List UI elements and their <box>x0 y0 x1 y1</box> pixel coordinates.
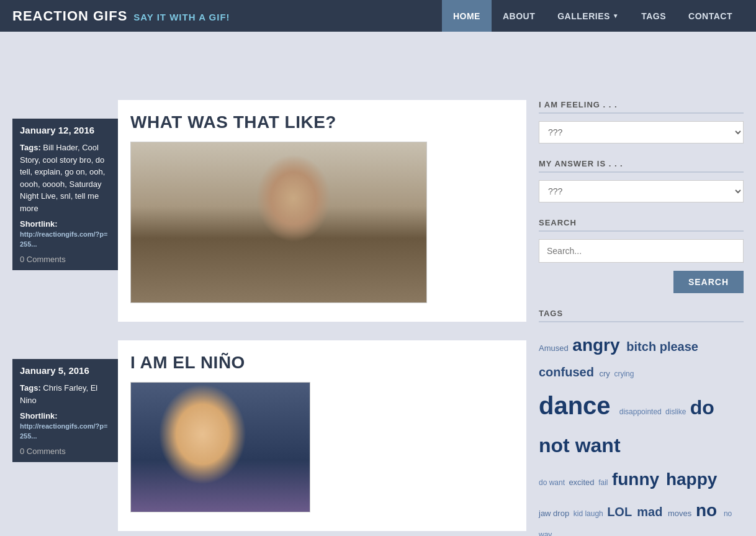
post-image-2 <box>130 382 310 512</box>
tag-mad[interactable]: mad <box>637 505 666 519</box>
shortlink-label-1: Shortlink: <box>20 219 110 229</box>
header: REACTION GIFS SAY IT WITH A GIF! HOME AB… <box>0 0 756 32</box>
sidebar-search-title: SEARCH <box>539 218 744 232</box>
tag-fail[interactable]: fail <box>598 478 610 487</box>
shortlink-value-1[interactable]: http://reactiongifs.com/?p=255... <box>20 230 107 248</box>
tag-jaw-drop[interactable]: jaw drop <box>539 509 572 518</box>
post-date-1: January 12, 2016 <box>20 125 110 135</box>
search-row: SEARCH <box>539 271 744 293</box>
tag-confused[interactable]: confused <box>539 365 597 379</box>
post-title-2[interactable]: I AM EL NIÑO <box>130 353 514 373</box>
sidebar: I AM FEELING . . . ??? MY ANSWER IS . . … <box>526 100 744 536</box>
tag-funny[interactable]: funny <box>612 470 664 489</box>
post-card-2: I AM EL NIÑO <box>118 340 526 531</box>
tag-disappointed[interactable]: disappointed <box>619 407 664 416</box>
tag-excited[interactable]: excited <box>569 478 596 487</box>
tag-moves[interactable]: moves <box>668 509 694 518</box>
post-wrapper-1: January 12, 2016 Tags: Bill Hader, Cool … <box>12 100 526 322</box>
banner-area <box>0 32 756 100</box>
tag-no[interactable]: no <box>696 501 722 520</box>
tag-dance[interactable]: dance <box>539 392 618 419</box>
sidebar-tags-title: TAGS <box>539 309 744 322</box>
tag-do-want[interactable]: do want <box>539 478 567 487</box>
site-tagline: SAY IT WITH A GIF! <box>133 12 230 22</box>
sidebar-search-section: SEARCH SEARCH <box>539 218 744 293</box>
sidebar-answer-title: MY ANSWER IS . . . <box>539 159 744 173</box>
nav-about[interactable]: ABOUT <box>492 0 546 32</box>
post-title-1[interactable]: WHAT WAS THAT LIKE? <box>130 112 514 132</box>
posts-area: January 12, 2016 Tags: Bill Hader, Cool … <box>12 100 526 536</box>
shortlink-label-2: Shortlink: <box>20 411 110 420</box>
sidebar-answer-section: MY ANSWER IS . . . ??? <box>539 159 744 202</box>
tags-label-2: Tags: <box>20 383 43 393</box>
main-nav: HOME ABOUT GALLERIES ▼ TAGS CONTACT <box>442 0 744 32</box>
nav-tags[interactable]: TAGS <box>630 0 677 32</box>
sidebar-feeling-section: I AM FEELING . . . ??? <box>539 100 744 143</box>
tags-value-1: Bill Hader, Cool Story, cool story bro, … <box>20 143 105 213</box>
post-date-sidebar-1: January 12, 2016 Tags: Bill Hader, Cool … <box>12 119 118 270</box>
tags-cloud: Amused angry bitch please confused cry c… <box>539 330 744 536</box>
feeling-select[interactable]: ??? <box>539 121 744 143</box>
tag-kid-laugh[interactable]: kid laugh <box>574 509 605 518</box>
tag-cry[interactable]: cry <box>599 369 612 378</box>
shortlink-value-2[interactable]: http://reactiongifs.com/?p=255... <box>20 422 107 440</box>
galleries-chevron: ▼ <box>613 12 619 19</box>
tag-lol[interactable]: LOL <box>607 505 635 519</box>
post-wrapper-2: January 5, 2016 Tags: Chris Farley, El N… <box>12 340 526 531</box>
site-title-area: REACTION GIFS SAY IT WITH A GIF! <box>12 8 230 24</box>
post-card-1: WHAT WAS THAT LIKE? <box>118 100 526 322</box>
nav-home[interactable]: HOME <box>442 0 492 32</box>
tag-amused[interactable]: Amused <box>539 343 570 353</box>
tag-happy[interactable]: happy <box>666 470 717 489</box>
tag-crying[interactable]: crying <box>614 370 634 378</box>
search-button[interactable]: SEARCH <box>673 271 744 293</box>
comments-1[interactable]: 0 Comments <box>20 255 110 264</box>
comments-2[interactable]: 0 Comments <box>20 447 110 456</box>
post-image-sim-2 <box>131 383 310 512</box>
tags-label-1: Tags: <box>20 143 43 152</box>
main-layout: January 12, 2016 Tags: Bill Hader, Cool … <box>0 100 756 536</box>
sidebar-tags-section: TAGS Amused angry bitch please confused … <box>539 309 744 536</box>
nav-galleries[interactable]: GALLERIES ▼ <box>546 0 630 32</box>
tag-angry[interactable]: angry <box>572 335 624 355</box>
post-date-sidebar-2: January 5, 2016 Tags: Chris Farley, El N… <box>12 359 118 462</box>
tag-dislike[interactable]: dislike <box>665 407 688 416</box>
site-title[interactable]: REACTION GIFS <box>12 8 127 24</box>
post-image-sim-1 <box>131 142 426 302</box>
post-date-2: January 5, 2016 <box>20 365 110 376</box>
answer-select[interactable]: ??? <box>539 180 744 202</box>
post-image-1 <box>130 142 427 303</box>
search-input[interactable] <box>539 239 744 263</box>
tag-bitch-please[interactable]: bitch please <box>626 340 698 353</box>
sidebar-feeling-title: I AM FEELING . . . <box>539 100 744 114</box>
nav-contact[interactable]: CONTACT <box>677 0 744 32</box>
